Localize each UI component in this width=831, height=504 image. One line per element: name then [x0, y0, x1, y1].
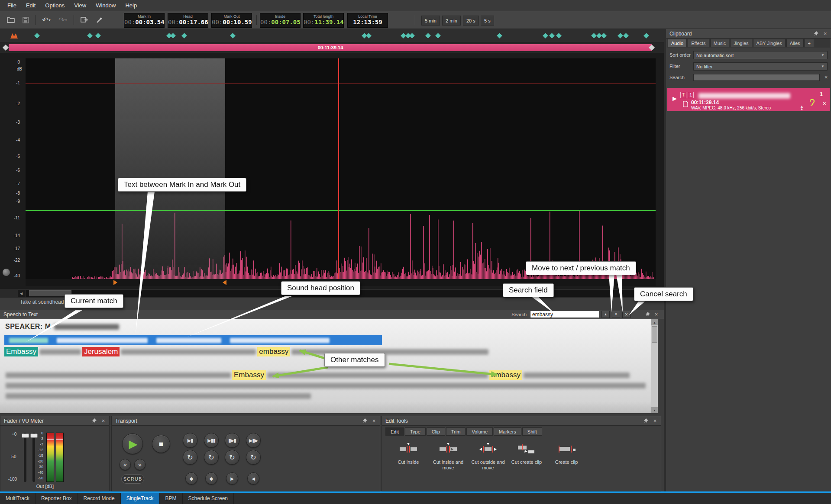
tab-schedule-screen[interactable]: Schedule Screen — [183, 493, 234, 504]
timeline-marker-diamond[interactable] — [366, 33, 372, 39]
timeline-marker-diamond[interactable] — [643, 33, 649, 39]
quick-20s-button[interactable]: 20 s — [463, 16, 479, 26]
tab-shift[interactable]: Shift — [522, 427, 542, 436]
timeline-marker-diamond[interactable] — [181, 33, 187, 39]
close-panel-button[interactable]: × — [100, 417, 107, 424]
red-highlight-word[interactable]: Jerusalem — [82, 347, 120, 356]
pin-icon[interactable] — [643, 417, 649, 424]
pin-icon[interactable] — [644, 311, 651, 318]
prev-match-button[interactable]: ▲ — [601, 311, 610, 318]
tab-bpm[interactable]: BPM — [160, 493, 183, 504]
match-word[interactable]: embassy — [489, 370, 522, 380]
menu-help[interactable]: Help — [120, 0, 142, 11]
tool-cut-outside-move[interactable]: Cut outside and move — [469, 443, 508, 471]
quick-5s-button[interactable]: 5 s — [481, 16, 494, 26]
loop-selection-button[interactable]: ↻ — [204, 450, 219, 465]
mark-out-flag-icon[interactable] — [223, 280, 226, 285]
scroll-up-button[interactable]: ▲ — [651, 319, 658, 325]
timeline-marker-diamond[interactable] — [425, 33, 431, 39]
clipboard-item[interactable]: ▶ T 1 1 00:11:39.14 WAV, MPEG; 48.0 kHz,… — [667, 88, 830, 111]
menu-options[interactable]: Options — [40, 0, 69, 11]
scrub-button[interactable]: SCRUB — [121, 474, 144, 484]
save-button[interactable] — [19, 14, 32, 26]
menu-edit[interactable]: Edit — [21, 0, 40, 11]
play-continue-button[interactable]: ▶▮▶ — [246, 433, 261, 448]
timecode-inside[interactable]: Inside 00:00:07.05 — [260, 13, 301, 28]
tab-effects[interactable]: Effects — [688, 39, 709, 47]
timecode-head[interactable]: Head 00:00:17.66 — [168, 13, 208, 28]
timeline-handle-left[interactable] — [3, 45, 9, 51]
match-word[interactable]: Embassy — [232, 370, 266, 380]
fader-track[interactable] — [24, 433, 26, 482]
quick-5min-button[interactable]: 5 min — [421, 16, 440, 26]
tab-edit[interactable]: Edit — [385, 427, 404, 436]
undo-button[interactable]: ↶▾ — [40, 14, 53, 26]
timeline-marker-diamond[interactable] — [34, 33, 40, 39]
timeline-marker-diamond[interactable] — [435, 33, 441, 39]
menu-window[interactable]: Window — [91, 0, 120, 11]
pin-icon[interactable] — [362, 417, 368, 424]
tool-create-clip[interactable]: Create clip — [547, 443, 586, 465]
tab-markers[interactable]: Markers — [494, 427, 521, 436]
rewind-button[interactable]: « — [120, 459, 131, 470]
sort-order-select[interactable]: No automatic sort ▼ — [693, 51, 828, 59]
pin-icon[interactable] — [813, 30, 819, 37]
timeline-marker-diamond[interactable] — [556, 33, 562, 39]
timecode-mark-in[interactable]: Mark In 00:00:03.54 — [124, 13, 165, 28]
clear-search-button[interactable]: × — [823, 74, 829, 80]
scroll-down-button[interactable]: ▼ — [651, 407, 658, 413]
filter-select[interactable]: No filter ▼ — [693, 62, 828, 71]
tab-singletrack[interactable]: SingleTrack — [121, 493, 160, 504]
step-back-button[interactable]: ◀ — [247, 472, 259, 485]
pin-icon[interactable] — [91, 417, 97, 424]
timeline-marker-diamond[interactable] — [591, 33, 597, 39]
export-button[interactable] — [78, 14, 91, 26]
timecode-mark-out[interactable]: Mark Out 00:00:10.59 — [211, 13, 252, 28]
play-to-mark-button[interactable]: ▶▮ — [183, 433, 197, 448]
timeline-marker-diamond[interactable] — [550, 33, 555, 39]
quick-2min-button[interactable]: 2 min — [442, 16, 461, 26]
scroll-thumb[interactable] — [652, 326, 657, 343]
timeline-marker-diamond[interactable] — [543, 33, 548, 39]
tab-alles[interactable]: Alles — [786, 39, 804, 47]
playhead[interactable] — [338, 58, 339, 279]
step-forward-button[interactable]: ▶ — [226, 472, 238, 485]
timeline-marker-diamond[interactable] — [497, 33, 502, 39]
menu-file[interactable]: File — [3, 0, 21, 11]
next-match-button[interactable]: ▼ — [612, 311, 620, 318]
tool-cut-create-clip[interactable]: Cut create clip — [507, 443, 546, 465]
loop-all-button[interactable]: ↻ — [246, 450, 261, 465]
timeline-marker-diamond[interactable] — [230, 33, 236, 39]
tab-trim[interactable]: Trim — [446, 427, 466, 436]
tab-multitrack[interactable]: MultiTrack — [0, 493, 36, 504]
loop-button[interactable]: ↻ — [183, 450, 197, 465]
tool-cut-inside[interactable]: Cut inside — [389, 443, 428, 465]
forward-button[interactable]: » — [134, 459, 146, 470]
marker-next-button[interactable]: ◆ — [205, 472, 217, 485]
loop-clip-button[interactable]: ↻ — [225, 450, 239, 465]
start-marker-icon[interactable] — [10, 32, 18, 39]
timeline-marker-diamond[interactable] — [409, 33, 415, 39]
fader-knob[interactable] — [22, 433, 29, 438]
menu-view[interactable]: View — [69, 0, 91, 11]
timeline-marker-diamond[interactable] — [623, 33, 629, 39]
timeline-marker-diamond[interactable] — [95, 33, 101, 39]
tab-reporter-box[interactable]: Reporter Box — [36, 493, 78, 504]
tab-record-mode[interactable]: Record Mode — [78, 493, 121, 504]
close-panel-button[interactable]: × — [653, 311, 660, 318]
play-button[interactable]: ▶ — [122, 433, 143, 454]
timeline-marker-diamond[interactable] — [87, 33, 93, 39]
close-panel-button[interactable]: × — [371, 417, 377, 424]
open-button[interactable] — [4, 14, 17, 26]
current-match-word[interactable]: Embassy — [4, 347, 38, 356]
redo-button[interactable]: ↷▾ — [56, 14, 69, 26]
tab-music[interactable]: Music — [710, 39, 730, 47]
tab-clip[interactable]: Clip — [427, 427, 445, 436]
play-icon[interactable]: ▶ — [673, 95, 677, 102]
tool-cut-inside-move[interactable]: Cut inside and move — [429, 443, 468, 471]
timeline-progress-bar[interactable]: 00:11:39.14 — [9, 44, 652, 51]
stt-search-input[interactable] — [530, 311, 599, 318]
tab-audio[interactable]: Audio — [668, 39, 687, 47]
tab-jingles[interactable]: Jingles — [730, 39, 752, 47]
marker-prev-button[interactable]: ◆ — [185, 472, 197, 485]
